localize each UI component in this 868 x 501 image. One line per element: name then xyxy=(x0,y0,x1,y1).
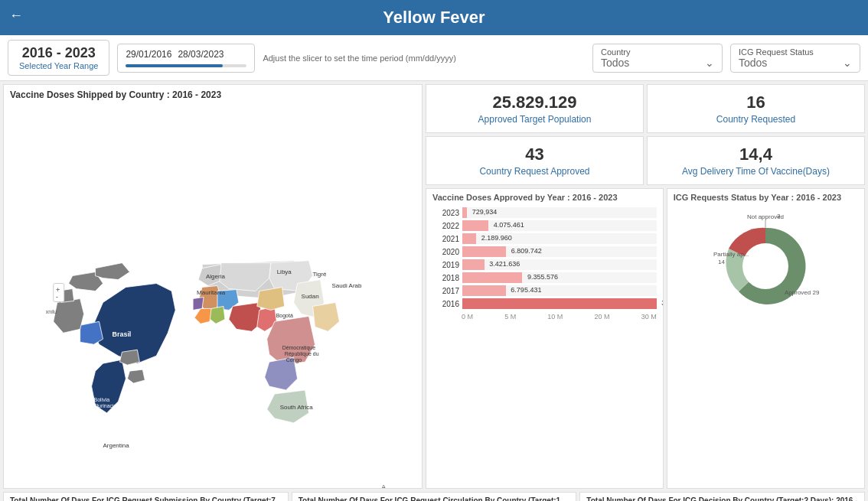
saudi-arab-label: Saudi Arab xyxy=(331,282,362,289)
date-slicer[interactable]: 29/01/2016 28/03/2023 xyxy=(117,44,255,73)
bar-fill-2017[interactable] xyxy=(462,285,506,296)
bar-container-2022: 4.075.461 xyxy=(462,220,657,231)
bottom-section: Total Number Of Days For ICG Request Sub… xyxy=(0,492,868,501)
stats-row: 25.829.129 Approved Target Population 16… xyxy=(426,84,865,133)
header-title: Yellow Fever xyxy=(383,8,485,27)
paraguay-map[interactable] xyxy=(119,350,139,365)
stats-row-2: 43 Country Request Approved 14,4 Avg Del… xyxy=(426,136,865,185)
bar-fill-2016[interactable] xyxy=(462,298,657,309)
icg-value: Todos ⌄ xyxy=(739,57,852,69)
country-approved-label: Country Request Approved xyxy=(434,166,635,177)
sudan-label: Sudan xyxy=(302,293,319,300)
charts-row: Vaccine Doses Approved by Year : 2016 - … xyxy=(426,188,865,489)
bar-label-2017: 2017 xyxy=(432,287,459,295)
bottom-panel-submission: Total Number Of Days For ICG Request Sub… xyxy=(3,492,289,501)
donut-hole xyxy=(742,243,788,289)
bar-container-2023: 729,934 xyxy=(462,207,657,218)
bar-row-2017: 20176.795.431 xyxy=(432,285,657,296)
bar-chart-panel: Vaccine Doses Approved by Year : 2016 - … xyxy=(426,188,664,489)
bar-label-2021: 2021 xyxy=(432,235,459,243)
bar-label-2019: 2019 xyxy=(432,261,459,269)
svg-text:14: 14 xyxy=(718,259,725,265)
ethiopia-map[interactable] xyxy=(313,302,340,331)
bar-row-2016: 201630.203.430 xyxy=(432,298,657,309)
senegal-map[interactable] xyxy=(193,297,204,310)
bar-fill-2020[interactable] xyxy=(462,246,506,257)
controls-bar: 2016 - 2023 Selected Year Range 29/01/20… xyxy=(0,35,868,81)
tigré-label: Tigré xyxy=(313,271,327,278)
bar-value-2022: 4.075.461 xyxy=(494,221,524,229)
country-requested-label: Country Requested xyxy=(655,114,857,125)
date-end: 28/03/2023 xyxy=(178,49,224,60)
country-value: Todos ⌄ xyxy=(601,57,714,69)
bar-fill-2018[interactable] xyxy=(462,272,522,283)
bar-row-2021: 20212.189.960 xyxy=(432,233,657,244)
country-label: Country xyxy=(601,47,714,57)
bottom-panel-circulation: Total Number Of Days For ICG Request Cir… xyxy=(292,492,577,501)
bar-label-2023: 2023 xyxy=(432,209,459,217)
svg-text:A: A xyxy=(381,483,386,488)
bar-label-2016: 2016 xyxy=(432,300,459,308)
bar-container-2016: 30.203.430 xyxy=(462,298,657,309)
bar-fill-2023[interactable] xyxy=(462,207,467,218)
argentina-label: Argentina xyxy=(103,442,130,449)
country-dropdown[interactable]: Country Todos ⌄ xyxy=(592,44,723,73)
map-svg: Algeria Libya Tigré Saudi Arab Mauritani… xyxy=(4,102,422,488)
bar-value-2018: 9.355.576 xyxy=(527,273,558,281)
dashboard-header: ← Yellow Fever xyxy=(0,0,868,35)
map-title: Vaccine Doses Shipped by Country : 2016 … xyxy=(4,85,422,102)
venezuela-map[interactable] xyxy=(96,263,130,280)
chevron-down-icon: ⌄ xyxy=(705,57,714,69)
bottom-panel-decision: Total Number Of Days For ICG Decision By… xyxy=(579,492,865,501)
bolivia-map[interactable] xyxy=(80,321,103,344)
partially-donut-label: Partially ap... xyxy=(713,251,749,258)
donut-container: Not approved 3 Partially ap... 14 Approv… xyxy=(667,206,864,311)
map-area[interactable]: Algeria Libya Tigré Saudi Arab Mauritani… xyxy=(4,102,422,488)
de-label: de... xyxy=(96,411,106,416)
back-button[interactable]: ← xyxy=(9,8,23,24)
bar-container-2018: 9.355.576 xyxy=(462,272,657,283)
bar-value-2020: 6.809.742 xyxy=(511,247,542,255)
stat-approved-population: 25.829.129 Approved Target Population xyxy=(426,84,644,133)
stat-country-approved: 43 Country Request Approved xyxy=(426,136,644,185)
bolivia-label: Bolivia xyxy=(94,397,110,402)
bar-row-2018: 20189.355.576 xyxy=(432,272,657,283)
donut-svg: Not approved 3 Partially ap... 14 Approv… xyxy=(704,209,827,308)
bar-value-2017: 6.795.431 xyxy=(511,286,541,294)
bar-fill-2022[interactable] xyxy=(462,220,488,231)
donut-chart-panel: ICG Requests Status by Year : 2016 - 202… xyxy=(667,188,865,489)
bar-container-2021: 2.189.960 xyxy=(462,233,657,244)
bogota-label: Bogotá xyxy=(276,313,293,319)
bottom-title-1: Total Number Of Days For ICG Request Sub… xyxy=(10,496,282,501)
bar-value-2023: 729,934 xyxy=(472,208,498,216)
bar-value-2019: 3.421.636 xyxy=(489,260,520,268)
republique-label: République du xyxy=(285,351,319,357)
date-start: 29/01/2016 xyxy=(126,49,171,60)
bar-row-2019: 20193.421.636 xyxy=(432,259,657,270)
bar-fill-2021[interactable] xyxy=(462,233,476,244)
icg-status-dropdown[interactable]: ICG Request Status Todos ⌄ xyxy=(730,44,860,73)
south-africa-label: South Africa xyxy=(280,404,314,411)
stat-country-requested: 16 Country Requested xyxy=(647,84,865,133)
slider-track[interactable] xyxy=(126,64,246,67)
bar-fill-2019[interactable] xyxy=(462,259,485,270)
algeria-label: Algeria xyxy=(206,273,225,280)
stat-avg-delivery: 14,4 Avg Delivery Time Of Vaccine(Days) xyxy=(647,136,865,185)
map-panel: Vaccine Doses Shipped by Country : 2016 … xyxy=(3,84,423,489)
ivory-coast-map[interactable] xyxy=(194,308,211,324)
chad-map[interactable] xyxy=(257,288,285,311)
bottom-title-2: Total Number Of Days For ICG Request Cir… xyxy=(299,496,570,501)
bar-value-2021: 2.189.960 xyxy=(481,234,512,242)
bar-value-2016: 30.203.430 xyxy=(661,299,663,307)
democratic-label: Démocratique xyxy=(282,345,316,351)
bar-label-2020: 2020 xyxy=(432,248,459,256)
mauritania-label: Mauritania xyxy=(197,290,226,297)
uruguay-map[interactable] xyxy=(127,369,145,383)
year-range-box: 2016 - 2023 Selected Year Range xyxy=(8,40,109,76)
bar-chart-title: Vaccine Doses Approved by Year : 2016 - … xyxy=(426,189,663,206)
donut-chart-title: ICG Requests Status by Year : 2016 - 202… xyxy=(667,189,864,206)
country-approved-number: 43 xyxy=(434,145,635,164)
plufi-label: (Plurinacional) xyxy=(92,403,126,409)
avg-delivery-number: 14,4 xyxy=(655,145,857,164)
peru-map[interactable] xyxy=(54,298,84,333)
